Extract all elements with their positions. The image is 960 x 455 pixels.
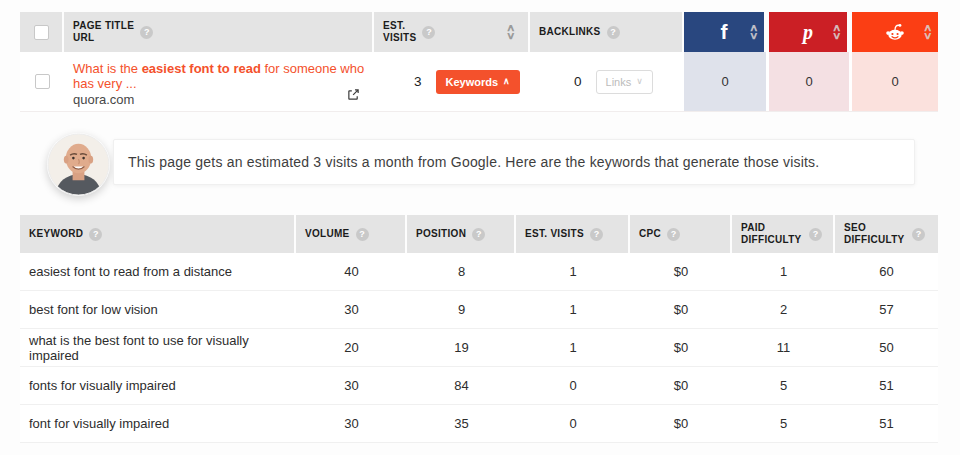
paid-difficulty-cell: 11 [732, 340, 835, 355]
paid-difficulty-cell: 1 [732, 264, 835, 279]
keywords-table: KEYWORD ? VOLUME ? POSITION ? EST. VISIT… [20, 215, 938, 443]
select-all-checkbox[interactable] [34, 25, 49, 40]
cpc-cell: $0 [630, 378, 732, 393]
sort-chevrons-icon[interactable]: ∧∨ [833, 24, 840, 40]
help-icon[interactable]: ? [89, 228, 102, 241]
reddit-icon [884, 21, 906, 43]
help-icon[interactable]: ? [607, 26, 620, 39]
caret-down-icon: ∨ [636, 77, 643, 86]
help-icon[interactable]: ? [472, 228, 485, 241]
est-visits-cell: 1 [516, 302, 630, 317]
sort-chevrons-icon[interactable]: ∧∨ [924, 24, 931, 40]
help-icon[interactable]: ? [912, 228, 925, 241]
insight-callout: This page gets an estimated 3 visits a m… [113, 139, 915, 185]
paid-difficulty-column-header[interactable]: PAID DIFFICULTY ? [732, 215, 835, 253]
page-title-link[interactable]: What is the easiest font to read for som… [73, 61, 368, 91]
cpc-cell: $0 [630, 416, 732, 431]
page-title-cell: What is the easiest font to read for som… [64, 52, 374, 111]
page-url: quora.com [73, 92, 364, 107]
pages-table-header: PAGE TITLE URL ? EST. VISITS ? ∧∨ BACKLI… [20, 12, 938, 52]
reddit-column-header[interactable]: ∧∨ [852, 12, 938, 52]
cpc-cell: $0 [630, 340, 732, 355]
paid-difficulty-cell: 5 [732, 416, 835, 431]
cpc-cell: $0 [630, 264, 732, 279]
backlinks-value: 0 [574, 74, 582, 89]
page-title-column-header[interactable]: PAGE TITLE URL ? [64, 12, 374, 52]
sort-chevrons-icon[interactable]: ∧∨ [750, 24, 757, 40]
select-all-cell [20, 12, 64, 52]
keywords-button[interactable]: Keywords∧ [436, 70, 520, 94]
pages-table: PAGE TITLE URL ? EST. VISITS ? ∧∨ BACKLI… [20, 12, 938, 112]
seo-difficulty-column-header[interactable]: SEO DIFFICULTY ? [835, 215, 938, 253]
facebook-icon: f [721, 22, 728, 42]
help-icon[interactable]: ? [356, 228, 369, 241]
table-row[interactable]: best font for low vision 30 9 1 $0 2 57 [20, 291, 938, 329]
facebook-column-header[interactable]: f ∧∨ [684, 12, 766, 52]
row-checkbox[interactable] [35, 74, 50, 89]
seo-difficulty-cell: 51 [835, 416, 938, 431]
links-button[interactable]: Links∨ [596, 70, 653, 94]
facebook-shares-cell: 0 [684, 52, 766, 111]
volume-cell: 30 [296, 302, 407, 317]
reddit-shares-cell: 0 [852, 52, 938, 111]
position-cell: 84 [407, 378, 516, 393]
keyword-cell: easiest font to read from a distance [20, 264, 296, 279]
volume-cell: 30 [296, 378, 407, 393]
table-row[interactable]: font for visually impaired 30 35 0 $0 5 … [20, 405, 938, 443]
cpc-column-header[interactable]: CPC ? [630, 215, 732, 253]
keyword-cell: best font for low vision [20, 302, 296, 317]
est-visits-column-header[interactable]: EST. VISITS ? [516, 215, 630, 253]
caret-up-icon: ∧ [503, 77, 510, 86]
est-visits-cell: 0 [516, 416, 630, 431]
help-icon[interactable]: ? [422, 26, 435, 39]
url-header-label: URL [73, 32, 134, 44]
facebook-shares-value: 0 [721, 74, 728, 89]
help-icon[interactable]: ? [140, 26, 153, 39]
est-visits-header-label: EST. [383, 20, 416, 32]
keywords-table-header: KEYWORD ? VOLUME ? POSITION ? EST. VISIT… [20, 215, 938, 253]
external-link-icon[interactable] [347, 88, 360, 101]
paid-difficulty-cell: 2 [732, 302, 835, 317]
table-row[interactable]: easiest font to read from a distance 40 … [20, 253, 938, 291]
table-row[interactable]: fonts for visually impaired 30 84 0 $0 5… [20, 367, 938, 405]
keyword-column-header[interactable]: KEYWORD ? [20, 215, 296, 253]
backlinks-column-header[interactable]: BACKLINKS ? [530, 12, 682, 52]
avatar [47, 133, 110, 196]
seo-difficulty-cell: 57 [835, 302, 938, 317]
volume-cell: 40 [296, 264, 407, 279]
volume-cell: 20 [296, 340, 407, 355]
position-cell: 19 [407, 340, 516, 355]
help-icon[interactable]: ? [809, 228, 822, 241]
row-select-cell [20, 52, 64, 111]
est-visits-cell: 1 [516, 264, 630, 279]
volume-column-header[interactable]: VOLUME ? [296, 215, 407, 253]
keyword-cell: what is the best font to use for visuall… [20, 333, 296, 363]
position-column-header[interactable]: POSITION ? [407, 215, 516, 253]
keyword-cell: fonts for visually impaired [20, 378, 296, 393]
position-cell: 8 [407, 264, 516, 279]
pinterest-shares-cell: 0 [769, 52, 849, 111]
paid-difficulty-cell: 5 [732, 378, 835, 393]
seo-difficulty-cell: 51 [835, 378, 938, 393]
est-visits-cell: 3 Keywords∧ [374, 52, 530, 111]
position-cell: 9 [407, 302, 516, 317]
volume-cell: 30 [296, 416, 407, 431]
help-icon[interactable]: ? [590, 228, 603, 241]
help-icon[interactable]: ? [667, 228, 680, 241]
page-title-header-label: PAGE TITLE [73, 20, 134, 32]
page-row: What is the easiest font to read for som… [20, 52, 938, 112]
keyword-cell: font for visually impaired [20, 416, 296, 431]
reddit-shares-value: 0 [891, 74, 898, 89]
cpc-cell: $0 [630, 302, 732, 317]
sort-chevrons-icon[interactable]: ∧∨ [507, 24, 528, 40]
table-row[interactable]: what is the best font to use for visuall… [20, 329, 938, 367]
backlinks-cell: 0 Links∨ [530, 52, 682, 111]
backlinks-header-label: BACKLINKS [539, 26, 601, 38]
seo-difficulty-cell: 60 [835, 264, 938, 279]
pinterest-icon: p [803, 22, 813, 42]
est-visits-column-header[interactable]: EST. VISITS ? ∧∨ [374, 12, 530, 52]
est-visits-cell: 0 [516, 378, 630, 393]
est-visits-cell: 1 [516, 340, 630, 355]
pinterest-column-header[interactable]: p ∧∨ [769, 12, 849, 52]
position-cell: 35 [407, 416, 516, 431]
